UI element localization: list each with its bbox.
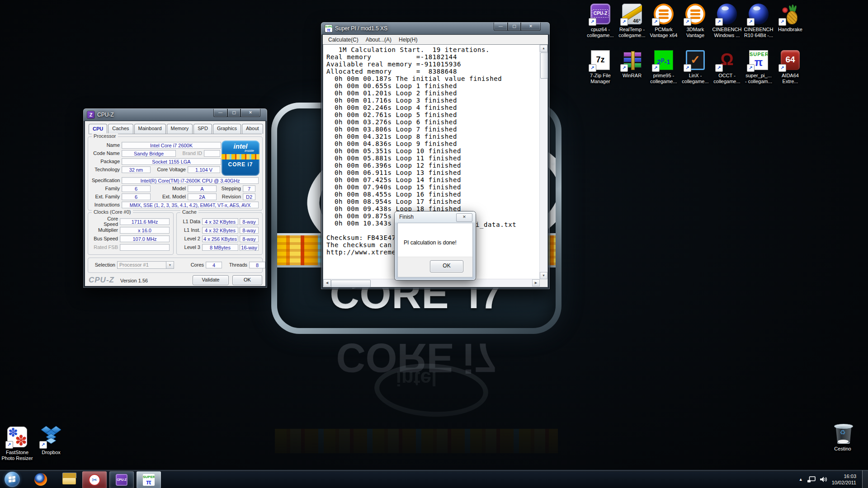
wallpaper-reflection: COREi7 intel (271, 338, 561, 478)
finish-dialog-ok-button[interactable]: OK (430, 260, 463, 272)
desktop-icon-7zip[interactable]: 7z↗ 7-Zip FileManager (585, 49, 616, 84)
start-button[interactable] (5, 472, 20, 487)
shortcut-arrow-icon: ↗ (778, 18, 786, 26)
desktop-icon-linx[interactable]: ✓↗ LinX -collegame... (679, 49, 711, 84)
cpuz-selection-group: Selection Processor #1 ▼ Cores 4 Threads… (88, 258, 263, 273)
rated-fsb-value (120, 244, 170, 251)
cpuz-tab-spd[interactable]: SPD (193, 124, 212, 134)
scroll-up-arrow[interactable]: ▲ (540, 45, 547, 52)
l1-inst-value: 4 x 32 KBytes (202, 227, 238, 234)
cpuz-taskbar-icon: CPU-Z (116, 474, 127, 486)
desktop-icon-pcmark[interactable]: ↗ PCMarkVantage x64 (648, 3, 679, 38)
log-line: 0h 00m 04.321s Loop 8 finished (326, 133, 540, 140)
cpuz-tab-mainboard[interactable]: Mainboard (134, 124, 166, 134)
clock-time: 16:03 (832, 473, 856, 479)
desktop-icon-dropbox[interactable]: ↗ Dropbox (35, 426, 67, 455)
desktop-icon-handbrake[interactable]: ↗ Handbrake (774, 3, 806, 33)
menu-help[interactable]: Help(H) (395, 36, 421, 44)
scroll-right-arrow[interactable]: ▶ (532, 279, 540, 286)
processor-selection-combo[interactable]: Processor #1 ▼ (117, 261, 174, 269)
superpi-app-icon: SUPERπ (325, 25, 332, 32)
cpuz-minimize-button[interactable]: — (213, 109, 227, 117)
cpuz-maximize-button[interactable]: ▢ (227, 109, 241, 117)
validate-button[interactable]: Validate (193, 275, 229, 285)
desktop-icon-cpuz64[interactable]: CPU-Z↗ cpuz64 -collegame... (585, 3, 616, 38)
desktop-icon-prime95[interactable]: 2p-1↗ prime95 -collegame... (648, 49, 679, 84)
show-desktop-button[interactable] (862, 470, 868, 488)
superpi-minimize-button[interactable]: — (494, 23, 508, 31)
log-line: 0h 00m 00.655s Loop 1 finished (326, 82, 540, 89)
firefox-icon (34, 473, 47, 486)
finish-dialog-close-button[interactable]: ✕ (456, 213, 472, 222)
horizontal-scroll-thumb[interactable] (331, 280, 371, 287)
log-line: Available real memory =-911015936 (326, 61, 540, 68)
finish-dialog-panel: PI calculation is done! OK (397, 223, 473, 277)
taskbar-cpuz-button[interactable]: CPU-Z (109, 471, 134, 488)
taskbar: ✂ CPU-Z SUPERπ ▲ 16:03 10/02/2011 (0, 470, 868, 488)
desktop-icon-cinebench-r10[interactable]: ↗ CINEBENCHR10 64Bit -... (743, 3, 774, 38)
log-line: 0h 00m 05.881s Loop 11 finished (326, 155, 540, 162)
vertical-scroll-thumb[interactable] (540, 52, 548, 79)
core-speed-value: 1711.6 MHz (120, 218, 170, 225)
finish-dialog-message: PI calculation is done! (404, 239, 457, 246)
desktop-icon-recycle-bin[interactable]: ♻ Cestino (827, 422, 859, 452)
log-line: 0h 00m 03.276s Loop 6 finished (326, 118, 540, 126)
cpuz-tab-caches[interactable]: Caches (108, 124, 133, 134)
folder-icon (62, 474, 76, 484)
taskbar-clock[interactable]: 16:03 10/02/2011 (832, 473, 856, 486)
cpuz-tab-about[interactable]: About (242, 124, 263, 134)
log-line: 0h 00m 05.351s Loop 10 finished (326, 147, 540, 155)
desktop-icon-faststone[interactable]: ✽✽ ↗ FastStonePhoto Resizer (1, 426, 33, 461)
menu-about[interactable]: About...(A) (362, 36, 395, 44)
l1-data-way: 8-way (240, 218, 259, 225)
desktop-icon-cinebench-windows[interactable]: ↗ CINEBENCHWindows ... (711, 3, 743, 38)
scroll-left-arrow[interactable]: ◀ (323, 279, 331, 286)
cpuz-footer: CPU-Z Version 1.56 Validate OK (85, 275, 265, 286)
cpuz-version: Version 1.56 (120, 278, 148, 283)
menu-calculate[interactable]: Calculate(C) (325, 36, 362, 44)
superpi-maximize-button[interactable]: ▢ (508, 23, 521, 31)
cpuz-ok-button[interactable]: OK (232, 275, 262, 285)
desktop-icon-aida64[interactable]: 64↗ AIDA64Extre... (774, 49, 806, 84)
l1-inst-way: 8-way (240, 227, 259, 234)
cpuz-tab-graphics[interactable]: Graphics (213, 124, 241, 134)
desktop-icon-realtemp[interactable]: 46°↗ RealTemp -collegame... (616, 3, 648, 38)
shortcut-arrow-icon: ↗ (715, 18, 723, 26)
cpuz-client-area: CPU Caches Mainboard Memory SPD Graphics… (85, 121, 265, 286)
recycle-bin-label: Cestino (827, 446, 859, 452)
desktop-icon-winrar[interactable]: ↗ WinRAR (616, 49, 648, 79)
finish-dialog-footer: OK (398, 257, 472, 277)
scroll-down-arrow[interactable]: ▼ (540, 272, 547, 279)
desktop-icon-superpi[interactable]: SUPERπ↗ super_pi_...- collegam... (743, 49, 774, 84)
cpuz-close-button[interactable]: ✕ (241, 109, 260, 117)
taskbar-explorer-button[interactable] (62, 473, 76, 484)
tray-expand-arrow[interactable]: ▲ (799, 477, 803, 482)
scrollbar-corner (540, 279, 547, 287)
cpuz-tab-cpu[interactable]: CPU (89, 124, 107, 134)
taskbar-firefox-button[interactable] (34, 473, 47, 486)
scissors-icon: ✂ (89, 474, 100, 486)
desktop-icon-occt[interactable]: Ω↗ OCCT -collegame... (711, 49, 743, 84)
shortcut-arrow-icon: ↗ (747, 64, 755, 72)
superpi-window-title: Super PI / mod1.5 XS (335, 25, 387, 32)
superpi-close-button[interactable]: ✕ (521, 23, 541, 31)
cores-value: 4 (206, 262, 222, 268)
technology-value: 32 nm (122, 166, 151, 173)
shortcut-arrow-icon: ↗ (778, 64, 786, 72)
vertical-scrollbar[interactable]: ▲ ▼ (539, 45, 547, 279)
log-line: 0h 00m 08.954s Loop 17 finished (326, 198, 540, 205)
taskbar-faststone-button[interactable]: ✂ (82, 471, 107, 488)
desktop-icon-3dmark[interactable]: ↗ 3DMarkVantage (679, 3, 711, 38)
code-name-value: Sandy Bridge (122, 150, 176, 157)
instructions-value: MMX, SSE (1, 2, 3, 3S, 4.1, 4.2), EM64T,… (122, 202, 259, 208)
network-tray-icon[interactable] (807, 476, 816, 483)
combo-dropdown-arrow[interactable]: ▼ (166, 262, 174, 268)
l1-data-value: 4 x 32 KBytes (202, 218, 238, 225)
log-line: Allocated memory = 8388648 (326, 68, 540, 75)
taskbar-superpi-button[interactable]: SUPERπ (137, 471, 161, 488)
volume-tray-icon[interactable] (820, 476, 827, 483)
package-value: Socket 1155 LGA (122, 158, 221, 165)
cpuz-tab-memory[interactable]: Memory (167, 124, 193, 134)
shortcut-arrow-icon: ↗ (39, 441, 47, 449)
core-voltage-value: 1.104 V (188, 166, 220, 173)
